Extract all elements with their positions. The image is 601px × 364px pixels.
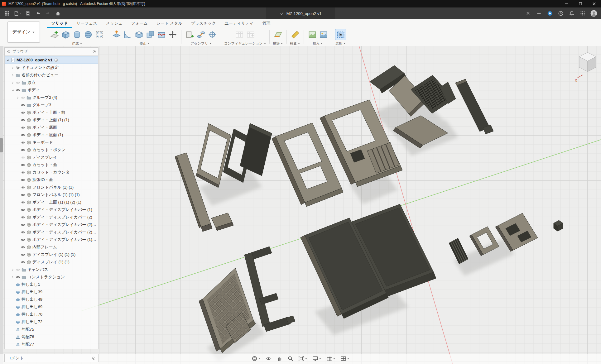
tree-item[interactable]: コンストラクション [5, 273, 98, 281]
visibility-eye-icon[interactable] [21, 260, 25, 265]
visibility-eye-icon[interactable] [21, 185, 25, 190]
tree-item[interactable]: カセット・カウンタ [5, 169, 98, 176]
construction-plane-button[interactable] [273, 29, 283, 40]
comments-options-icon[interactable] [92, 356, 96, 360]
tree-item[interactable]: ドキュメントの設定 [5, 64, 98, 71]
select-window-button[interactable] [335, 29, 346, 40]
orbit-button[interactable] [251, 355, 262, 362]
tree-item[interactable]: ボディ・ディスプレイカバー (1) (1) [5, 236, 98, 243]
visibility-eye-icon[interactable] [21, 200, 25, 205]
maximize-button[interactable] [574, 0, 587, 7]
tree-item[interactable]: ボディ・ディスプレイカバー (1) [5, 206, 98, 213]
minimize-button[interactable] [560, 0, 574, 7]
visibility-eye-icon[interactable] [21, 230, 25, 235]
close-button[interactable] [587, 0, 601, 7]
avatar[interactable] [589, 9, 599, 18]
close-tab-button[interactable] [524, 9, 532, 18]
tree-item[interactable]: 勾配75 [5, 326, 98, 333]
group-menu-3[interactable]: アセンブリ [190, 41, 211, 46]
workspace-selector[interactable]: デザイン [7, 22, 40, 43]
move-button[interactable] [167, 29, 178, 40]
collapse-arrow-icon[interactable] [6, 58, 9, 62]
visibility-eye-icon[interactable] [21, 245, 25, 250]
tree-item[interactable]: フロントパネル (1) (1) [5, 184, 98, 191]
save-button[interactable] [24, 9, 32, 18]
visibility-eye-icon[interactable] [21, 215, 25, 220]
config-table-button[interactable] [234, 29, 245, 40]
tree-item[interactable]: 内部フレーム [5, 243, 98, 251]
ribbon-tab-1[interactable]: ソリッド [47, 19, 72, 28]
visibility-eye-icon[interactable] [21, 163, 25, 167]
visibility-eye-icon[interactable] [16, 275, 20, 280]
new-tab-button[interactable] [535, 9, 543, 18]
expand-arrow-icon[interactable] [11, 74, 14, 77]
ribbon-tab-4[interactable]: フォーム [127, 19, 152, 28]
tree-item[interactable]: グループ2 (4) [5, 94, 98, 101]
pan-button[interactable] [276, 355, 283, 362]
measure-button[interactable] [290, 29, 300, 40]
visibility-eye-icon[interactable] [21, 125, 25, 130]
ribbon-tab-2[interactable]: サーフェス [72, 19, 101, 28]
tree-item[interactable]: キーボード [5, 139, 98, 146]
visibility-eye-icon[interactable] [21, 95, 25, 100]
visibility-eye-icon[interactable] [21, 155, 25, 160]
tree-item[interactable]: カセット・蓋 [5, 161, 98, 169]
rect-pattern-button[interactable] [94, 29, 105, 40]
tree-item[interactable]: 押し出し49 [5, 296, 98, 303]
comments-bar[interactable]: コメント [4, 354, 99, 362]
data-panel-collapsed-strip[interactable] [0, 46, 3, 364]
tree-item[interactable]: ボディ・底面 (1) [5, 131, 98, 139]
config-insert-button[interactable] [245, 29, 256, 40]
expand-arrow-icon[interactable] [11, 268, 14, 271]
tree-item[interactable]: ディスプレイ [5, 154, 98, 161]
tree-item[interactable]: 押し出し70 [5, 311, 98, 318]
tree-item[interactable]: ボディ [5, 86, 98, 94]
tree-item[interactable]: ディスプレイ (1) (1) (1) [5, 251, 98, 258]
ribbon-tab-5[interactable]: シート メタル [152, 19, 187, 28]
tree-item[interactable]: フロントパネル (1) (1) (1) [5, 191, 98, 199]
group-menu-4[interactable]: コンフィギュレーション [224, 41, 266, 46]
tree-item[interactable]: ボディ・上面 (1) (1) (2) (1) [5, 199, 98, 206]
insert-canvas-button[interactable] [307, 29, 318, 40]
group-menu-8[interactable]: 選択 [335, 41, 346, 46]
tree-item[interactable]: ボディ・上面・前 [5, 109, 98, 116]
view-cube[interactable]: X [572, 49, 601, 84]
joint-origin-button[interactable] [207, 29, 218, 40]
apps-grid-button[interactable] [2, 9, 11, 18]
ribbon-tab-7[interactable]: ユーティリティ [220, 19, 258, 28]
group-menu-2[interactable]: 修正 [140, 41, 150, 46]
tree-item[interactable]: 名前の付いたビュー [5, 71, 98, 79]
visibility-eye-icon[interactable] [21, 208, 25, 212]
expand-arrow-icon[interactable] [16, 96, 19, 99]
combine-button[interactable] [145, 29, 156, 40]
document-tab[interactable]: MZ-1200_open2 v1 [267, 7, 334, 19]
redo-button[interactable] [44, 9, 52, 18]
browser-root-item[interactable]: MZ-1200_open2 v1 [5, 56, 98, 64]
group-menu-7[interactable]: 挿入 [313, 41, 323, 46]
visibility-eye-icon[interactable] [16, 88, 20, 93]
primitive-box-button[interactable] [60, 29, 71, 40]
fillet-button[interactable] [123, 29, 133, 40]
visibility-eye-icon[interactable] [21, 223, 25, 227]
new-component-button[interactable] [185, 29, 195, 40]
tree-item[interactable]: カセット・ボタン [5, 146, 98, 154]
primitive-cylinder-button[interactable] [72, 29, 82, 40]
activate-radio-icon[interactable] [54, 58, 58, 62]
visibility-eye-icon[interactable] [21, 237, 25, 242]
undo-button[interactable] [34, 9, 42, 18]
tree-item[interactable]: 原点 [5, 79, 98, 86]
expand-arrow-icon[interactable] [11, 81, 14, 84]
visibility-eye-icon[interactable] [16, 267, 20, 272]
tree-item[interactable]: 拡張IO・蓋 [5, 176, 98, 184]
create-sketch-button[interactable] [49, 29, 60, 40]
ribbon-tab-8[interactable]: 管理 [258, 19, 275, 28]
ribbon-tab-3[interactable]: メッシュ [101, 19, 127, 28]
viewports-button[interactable] [339, 355, 350, 362]
primitive-sphere-button[interactable] [83, 29, 94, 40]
tree-item[interactable]: 押し出し72 [5, 318, 98, 326]
visibility-eye-icon[interactable] [21, 170, 25, 175]
tree-item[interactable]: キャンバス [5, 266, 98, 273]
tree-item[interactable]: 押し出し39 [5, 288, 98, 296]
tree-item[interactable]: ボディ・上面 (1) (1) [5, 116, 98, 124]
notification-bell-button[interactable] [567, 9, 576, 18]
